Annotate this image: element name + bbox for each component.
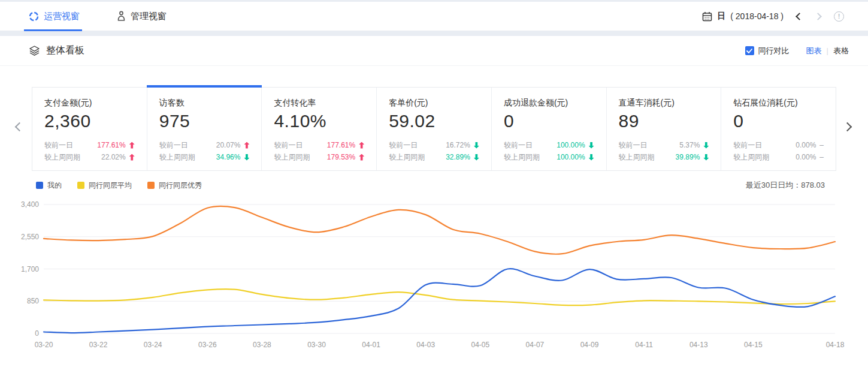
metric-card-comparisons: 较前一日177.61%较上周同期22.02% (44, 139, 135, 163)
trend-down-arrow-icon (589, 154, 594, 161)
trend-up-arrow-icon (129, 154, 135, 161)
metric-card[interactable]: 直通车消耗(元)89较前一日5.37%较上周同期39.89% (606, 88, 721, 170)
date-value: ( 2018-04-18 ) (730, 11, 784, 21)
top-navigation-bar: 运营视窗 管理视窗 日 ( 2018-04-18 ) ! (0, 2, 868, 31)
view-toggle-table[interactable]: 表格 (833, 46, 849, 56)
metric-card-title: 客单价(元) (389, 98, 479, 109)
legend-item[interactable]: 同行同层平均 (77, 181, 132, 191)
peer-compare-label[interactable]: 同行对比 (758, 46, 790, 56)
metric-card[interactable]: 支付金额(元)2,360较前一日177.61%较上周同期22.02% (32, 88, 147, 170)
metric-card-value: 2,360 (44, 111, 135, 131)
chart-legend: 我的同行同层平均同行同层优秀 最近30日日均：878.03 (36, 179, 832, 191)
metric-card-title: 支付金额(元) (44, 98, 135, 109)
trend-up-arrow-icon (359, 142, 364, 149)
comparison-value: 177.61% (97, 141, 125, 149)
chevron-left-icon (15, 122, 25, 132)
comparison-label: 较前一日 (159, 140, 188, 151)
tab-operations-view[interactable]: 运营视窗 (29, 2, 80, 31)
metric-cards-strip: 支付金额(元)2,360较前一日177.61%较上周同期22.02%访客数975… (32, 87, 836, 171)
info-icon[interactable]: ! (834, 11, 844, 22)
metric-card-comparisons: 较前一日100.00%较上周同期100.00% (504, 139, 594, 163)
comparison-value: 16.72% (446, 141, 470, 149)
y-axis-tick: 2,550 (21, 233, 39, 241)
trend-down-arrow-icon (589, 142, 594, 149)
x-axis-tick: 03-22 (89, 341, 108, 349)
x-axis-tick: 04-18 (826, 341, 845, 349)
comparison-row: 较上周同期34.96% (159, 151, 250, 163)
metric-card-title: 成功退款金额(元) (504, 98, 594, 109)
comparison-value: 177.61% (327, 141, 355, 149)
x-axis-tick: 04-13 (689, 341, 708, 349)
x-axis-tick: 04-11 (635, 341, 653, 349)
metric-card-value: 4.10% (274, 111, 364, 131)
metric-card[interactable]: 访客数975较前一日20.07%较上周同期34.96% (147, 88, 262, 170)
calendar-icon (702, 11, 712, 22)
metric-card-title: 直通车消耗(元) (619, 98, 709, 109)
comparison-value: 0.00% (796, 153, 816, 161)
y-axis-tick: 850 (27, 297, 39, 305)
layers-icon (29, 45, 40, 56)
comparison-value: 100.00% (557, 153, 585, 161)
metric-card[interactable]: 支付转化率4.10%较前一日177.61%较上周同期179.53% (261, 88, 376, 170)
date-granularity: 日 (717, 11, 725, 22)
tab-management-view[interactable]: 管理视窗 (117, 2, 167, 31)
comparison-label: 较上周同期 (159, 152, 195, 163)
comparison-label: 较上周同期 (733, 152, 769, 163)
legend-swatch-icon (77, 182, 84, 189)
legend-swatch-icon (147, 182, 155, 189)
page-title: 整体看板 (46, 44, 84, 57)
cards-scroll-left-button[interactable] (16, 122, 23, 133)
comparison-row: 较前一日177.61% (274, 139, 364, 151)
trend-down-arrow-icon (244, 154, 249, 161)
x-axis-tick: 03-20 (35, 341, 53, 349)
metric-card-value: 0 (733, 111, 824, 131)
comparison-row: 较上周同期22.02% (44, 151, 135, 163)
board-header: 整体看板 同行对比 图表 | 表格 (0, 36, 868, 66)
management-view-icon (117, 11, 126, 22)
metric-card[interactable]: 钻石展位消耗(元)0较前一日0.00%–较上周同期0.00%– (721, 88, 836, 170)
trend-down-arrow-icon (474, 154, 479, 161)
metric-card-comparisons: 较前一日20.07%较上周同期34.96% (159, 139, 250, 163)
metric-card-comparisons: 较前一日177.61%较上周同期179.53% (274, 139, 364, 163)
legend-item[interactable]: 同行同层优秀 (147, 181, 202, 191)
comparison-value: 179.53% (327, 153, 355, 161)
no-change-dash-icon: – (819, 141, 824, 149)
legend-label: 我的 (47, 181, 62, 191)
y-axis-tick: 1,700 (21, 265, 39, 273)
comparison-label: 较前一日 (274, 140, 303, 151)
comparison-label: 较前一日 (504, 140, 533, 151)
peer-compare-checkbox[interactable] (745, 46, 754, 55)
x-axis-tick: 04-05 (471, 341, 489, 349)
avg-30d-note: 最近30日日均：878.03 (746, 180, 825, 191)
date-picker[interactable]: 日 ( 2018-04-18 ) (702, 11, 784, 22)
comparison-value: 100.00% (557, 141, 585, 149)
toggle-divider: | (827, 46, 828, 55)
comparison-label: 较上周同期 (504, 152, 540, 163)
comparison-label: 较前一日 (733, 140, 762, 151)
trend-up-arrow-icon (129, 142, 135, 149)
legend-item[interactable]: 我的 (36, 181, 62, 191)
comparison-row: 较上周同期39.89% (619, 151, 709, 163)
overview-panel: 整体看板 同行对比 图表 | 表格 支付金额(元)2,360较前一日177.61… (0, 36, 868, 373)
x-axis-tick: 04-03 (416, 341, 435, 349)
view-toggle-chart[interactable]: 图表 (806, 46, 822, 56)
cards-scroll-right-button[interactable] (844, 122, 851, 133)
metric-card[interactable]: 客单价(元)59.02较前一日16.72%较上周同期32.89% (376, 88, 491, 170)
comparison-label: 较上周同期 (389, 152, 425, 163)
x-axis-tick: 03-28 (253, 341, 271, 349)
metric-card-title: 支付转化率 (274, 98, 364, 109)
prev-day-button[interactable] (796, 13, 803, 20)
no-change-dash-icon: – (819, 153, 824, 161)
legend-label: 同行同层优秀 (159, 181, 202, 191)
x-axis-tick: 04-07 (526, 341, 545, 349)
metric-card[interactable]: 成功退款金额(元)0较前一日100.00%较上周同期100.00% (491, 88, 606, 170)
metric-card-value: 59.02 (389, 111, 479, 131)
next-day-button[interactable] (814, 13, 822, 20)
comparison-row: 较上周同期100.00% (504, 151, 594, 163)
metric-card-comparisons: 较前一日0.00%–较上周同期0.00%– (733, 139, 824, 163)
comparison-value: 32.89% (446, 153, 470, 161)
trend-down-arrow-icon (703, 142, 709, 149)
comparison-label: 较前一日 (44, 140, 73, 151)
comparison-label: 较前一日 (619, 140, 648, 151)
operations-view-icon (29, 11, 39, 22)
